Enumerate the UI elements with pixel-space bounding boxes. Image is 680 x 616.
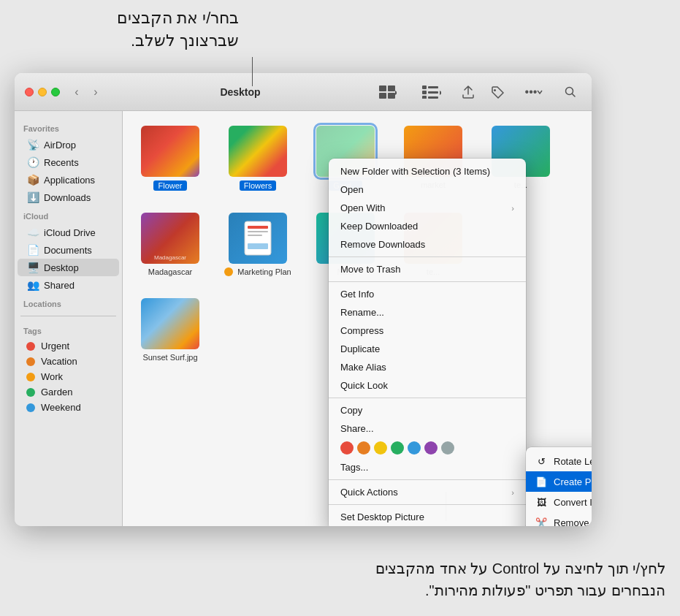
sidebar-item-tag-work[interactable]: Work (18, 369, 119, 384)
view-icons-button[interactable] (370, 83, 406, 102)
rotate-left-icon: ↺ (535, 455, 548, 468)
svg-marker-4 (395, 91, 397, 95)
ctx-set-desktop-label: Set Desktop Picture (340, 512, 424, 522)
sidebar-item-airdrop[interactable]: 📡 AirDrop (18, 136, 119, 153)
desktop-icon: 🖥️ (26, 261, 39, 274)
more-button[interactable]: ••• (516, 83, 552, 102)
minimize-button[interactable] (38, 88, 47, 96)
madagascar-thumbnail: Madagascar (141, 213, 199, 264)
submenu-remove-background[interactable]: ✂️ Remove Background (526, 512, 592, 526)
sidebar-item-shared[interactable]: 👥 Shared (18, 276, 119, 294)
tag-orange[interactable] (357, 441, 370, 455)
ctx-get-info[interactable]: Get Info (329, 285, 526, 303)
tag-green[interactable] (391, 441, 404, 455)
forward-button[interactable]: › (88, 84, 104, 100)
ctx-quick-actions[interactable]: Quick Actions › (329, 483, 526, 501)
ctx-compress[interactable]: Compress (329, 322, 526, 340)
ctx-open-with[interactable]: Open With › (329, 199, 526, 217)
sidebar: Favorites 📡 AirDrop 🕐 Recents 📦 Applicat… (15, 111, 123, 526)
back-button[interactable]: ‹ (69, 84, 85, 100)
ctx-open-with-label: Open With (340, 202, 385, 213)
ctx-quick-look[interactable]: Quick Look (329, 376, 526, 395)
vacation-tag-dot (26, 357, 35, 366)
sidebar-item-applications[interactable]: 📦 Applications (18, 171, 119, 189)
sidebar-item-tag-urgent[interactable]: Urgent (18, 338, 119, 354)
ctx-get-info-label: Get Info (340, 289, 374, 300)
svg-rect-15 (248, 226, 268, 229)
urgent-tag-dot (26, 342, 35, 351)
tag-red[interactable] (340, 441, 354, 455)
search-button[interactable] (559, 83, 581, 102)
sidebar-item-tag-weekend[interactable]: Weekend (18, 400, 119, 415)
tags-label: Tags (15, 321, 122, 338)
submenu-create-pdf-label: Create PDF (554, 476, 592, 487)
sidebar-item-tag-garden[interactable]: Garden (18, 384, 119, 400)
tag-purple[interactable] (424, 441, 438, 455)
tag-gray[interactable] (441, 441, 454, 455)
flowers-label: Flowers (240, 180, 277, 191)
ctx-quick-actions-label: Quick Actions (340, 487, 398, 498)
sidebar-item-icloud-drive[interactable]: ☁️ iCloud Drive (18, 224, 119, 241)
tag-blue[interactable] (408, 441, 421, 455)
annotation-top-line (252, 57, 253, 86)
ctx-open[interactable]: Open (329, 180, 526, 199)
ctx-duplicate[interactable]: Duplicate (329, 340, 526, 358)
file-item-marketing[interactable]: Marketing Plan (225, 213, 291, 276)
submenu-create-pdf[interactable]: 📄 Create PDF (526, 471, 592, 492)
tags-button[interactable] (486, 83, 508, 102)
svg-rect-10 (428, 96, 438, 99)
file-item-sunset[interactable]: Sunset Surf.jpg (137, 298, 203, 362)
sidebar-item-desktop[interactable]: 🖥️ Desktop (18, 259, 119, 276)
close-button[interactable] (25, 88, 34, 96)
sidebar-item-recents[interactable]: 🕐 Recents (18, 153, 119, 171)
file-item-flowers[interactable]: Flowers (225, 126, 291, 191)
ctx-tags[interactable]: Tags... (329, 458, 526, 476)
share-button[interactable] (457, 83, 479, 102)
sidebar-item-documents[interactable]: 📄 Documents (18, 241, 119, 259)
sidebar-item-downloads-label: Downloads (44, 192, 91, 203)
ctx-rename[interactable]: Rename... (329, 303, 526, 322)
marketing-label: Marketing Plan (237, 267, 291, 276)
svg-rect-16 (248, 231, 268, 232)
sidebar-item-downloads[interactable]: ⬇️ Downloads (18, 189, 119, 206)
ctx-keep-downloaded[interactable]: Keep Downloaded (329, 217, 526, 235)
applications-icon: 📦 (26, 173, 39, 186)
documents-icon: 📄 (26, 243, 39, 256)
work-tag-dot (26, 373, 35, 381)
svg-rect-5 (422, 85, 427, 89)
ctx-duplicate-label: Duplicate (340, 343, 380, 354)
file-item-flower[interactable]: Flower (137, 126, 203, 191)
svg-rect-0 (379, 85, 386, 91)
icloud-label: iCloud (15, 206, 122, 224)
file-grid: Flower Flowers Gard... market te... (123, 111, 592, 526)
submenu-convert-image[interactable]: 🖼 Convert Image (526, 492, 592, 512)
svg-marker-11 (440, 91, 441, 95)
svg-rect-2 (379, 93, 386, 99)
ctx-set-desktop[interactable]: Set Desktop Picture (329, 508, 526, 526)
tag-yellow[interactable] (374, 441, 387, 455)
maximize-button[interactable] (51, 88, 60, 96)
sidebar-item-desktop-label: Desktop (44, 262, 79, 273)
sidebar-item-recents-label: Recents (44, 157, 79, 168)
ctx-sep-1 (329, 256, 526, 257)
ctx-compress-label: Compress (340, 325, 383, 336)
ctx-copy-label: Copy (340, 405, 362, 416)
view-list-button[interactable] (413, 83, 450, 102)
window-title: Desktop (220, 86, 260, 98)
submenu-rotate-left[interactable]: ↺ Rotate Left (526, 451, 592, 471)
svg-rect-9 (428, 91, 438, 94)
ctx-share[interactable]: Share... (329, 419, 526, 438)
context-menu: New Folder with Selection (3 Items) Open… (329, 159, 526, 526)
sidebar-item-airdrop-label: AirDrop (44, 140, 76, 151)
ctx-copy[interactable]: Copy (329, 401, 526, 419)
svg-rect-1 (388, 85, 395, 91)
sidebar-item-tag-vacation[interactable]: Vacation (18, 354, 119, 369)
ctx-new-folder[interactable]: New Folder with Selection (3 Items) (329, 162, 526, 180)
ctx-move-trash[interactable]: Move to Trash (329, 260, 526, 278)
marketing-dot (224, 267, 233, 276)
file-item-madagascar[interactable]: Madagascar Madagascar (137, 213, 203, 276)
ctx-make-alias[interactable]: Make Alias (329, 358, 526, 376)
ctx-remove-downloads[interactable]: Remove Downloads (329, 235, 526, 254)
sidebar-tag-weekend-label: Weekend (41, 402, 81, 413)
svg-rect-8 (428, 86, 438, 88)
